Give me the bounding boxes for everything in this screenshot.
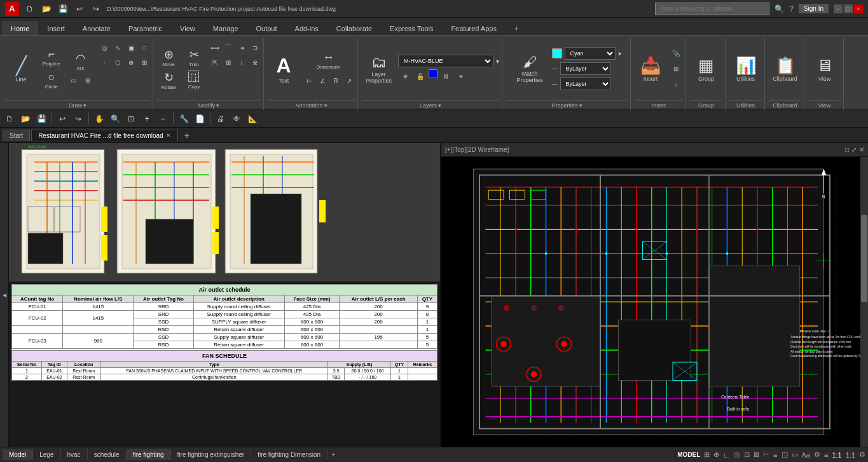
tab-add[interactable]: +: [506, 22, 527, 35]
insert-button[interactable]: 📥 Insert: [635, 46, 666, 92]
doc-tab-start[interactable]: Start: [3, 130, 30, 141]
model-tab-model[interactable]: Model: [3, 449, 33, 460]
toolbar-preview[interactable]: 👁: [230, 112, 244, 126]
toolbar-save[interactable]: 💾: [34, 112, 48, 126]
layer-tools-icon[interactable]: ⚙: [439, 69, 453, 83]
clipboard-button[interactable]: 📋 Clipboard: [769, 46, 801, 92]
minimize-button[interactable]: −: [834, 4, 843, 13]
fillet-button[interactable]: ⌒: [221, 41, 235, 55]
extend-button[interactable]: ⇥: [235, 41, 249, 55]
model-tab-fire-ext[interactable]: fire fighting extinguisher: [171, 449, 252, 460]
layer-properties-button[interactable]: 🗂 LayerProperties: [362, 46, 396, 92]
selection-icon[interactable]: ▭: [792, 451, 798, 459]
utilities-button[interactable]: 📊 Utilities: [730, 46, 762, 92]
layer-extra-icon[interactable]: ≡: [454, 69, 468, 83]
table-button[interactable]: ⊞: [137, 55, 151, 69]
workspace-icon[interactable]: ⚙: [814, 451, 820, 459]
ui-icon[interactable]: ≡: [824, 451, 828, 459]
line-button[interactable]: ╱ Line: [5, 46, 37, 92]
polyline-button[interactable]: ⌐ Polyline: [39, 46, 64, 68]
toolbar-zoom-in[interactable]: +: [140, 112, 154, 126]
insert-group-label[interactable]: Insert: [635, 100, 683, 110]
group-button[interactable]: ▦ Group: [691, 46, 722, 92]
draw-group-label[interactable]: Draw▾: [5, 100, 150, 110]
view-group-label[interactable]: View: [808, 100, 841, 110]
annotation-group-label[interactable]: Annotation▾: [268, 100, 355, 110]
layers-group-label[interactable]: Layers▾: [362, 100, 499, 110]
doc-tab-main[interactable]: Restaurant HVAC Fire ...d file free down…: [31, 130, 178, 141]
save-icon[interactable]: 💾: [56, 2, 70, 16]
construct-button[interactable]: ⊕: [124, 55, 138, 69]
angular-dim-button[interactable]: ∠: [315, 74, 329, 88]
color-layer-icon[interactable]: [429, 69, 437, 78]
scale-button[interactable]: ⇱: [208, 55, 222, 69]
linear-dim-button[interactable]: ⊢: [302, 74, 316, 88]
layer-dropdown-arrow[interactable]: ▾: [496, 58, 499, 65]
ellipse-button[interactable]: ◎: [97, 41, 111, 55]
clipboard-group-label[interactable]: Clipboard: [769, 100, 801, 110]
tab-collaborate[interactable]: Collaborate: [328, 22, 380, 35]
polar-icon[interactable]: ◎: [734, 451, 740, 459]
view-button[interactable]: 🖥 View: [809, 46, 841, 92]
hatch-button[interactable]: ⊞: [81, 73, 95, 87]
model-tab-schedule[interactable]: schedule: [88, 449, 127, 460]
ducs-icon[interactable]: ⊢: [763, 451, 769, 459]
viewport-restore-button[interactable]: □: [845, 146, 849, 153]
tab-insert[interactable]: Insert: [39, 22, 73, 35]
doc-tab-add-button[interactable]: +: [179, 128, 195, 142]
open-icon[interactable]: 📂: [39, 2, 53, 16]
lock-layer-icon[interactable]: 🔓: [413, 69, 427, 83]
match-properties-button[interactable]: 🖌 MatchProperties: [513, 50, 547, 88]
vertical-scrollbar[interactable]: [860, 157, 868, 447]
annotate-icon[interactable]: Aa: [802, 451, 810, 459]
radius-dim-button[interactable]: R: [329, 74, 343, 88]
toolbar-measure[interactable]: 📐: [245, 112, 259, 126]
tab-annotate[interactable]: Annotate: [74, 22, 119, 35]
color-arrow[interactable]: ▾: [618, 50, 621, 57]
wipeout-button[interactable]: □: [137, 41, 151, 55]
arc-button[interactable]: ◠ Arc: [66, 50, 95, 72]
properties-group-label[interactable]: Properties▾: [506, 100, 628, 110]
text-button[interactable]: A Text: [268, 46, 300, 92]
model-tab-lege[interactable]: Lege: [33, 449, 60, 460]
tab-home[interactable]: Home: [3, 22, 38, 35]
import-button[interactable]: ↓: [669, 77, 683, 91]
point-button[interactable]: ·: [97, 55, 111, 69]
rotate-button[interactable]: ↻ Rotate: [157, 69, 180, 91]
attach-button[interactable]: 📎: [669, 46, 683, 60]
settings-icon[interactable]: ⚙: [859, 451, 865, 459]
circle-button[interactable]: ○ Circle: [39, 69, 64, 91]
polygon-button[interactable]: ⬡: [111, 55, 125, 69]
region-button[interactable]: ▣: [124, 41, 138, 55]
grid-icon[interactable]: ⊞: [704, 451, 710, 459]
viewport-max-button[interactable]: ⤢: [851, 146, 857, 153]
xref-button[interactable]: ⊞: [669, 62, 683, 76]
snap-icon[interactable]: ⊕: [713, 451, 719, 459]
search-input[interactable]: [655, 3, 769, 15]
mirror-button[interactable]: ⟺: [208, 41, 222, 55]
model-tab-fire-fighting[interactable]: fire fighting: [127, 449, 171, 460]
model-tab-add[interactable]: +: [327, 449, 339, 460]
toolbar-layer-manager[interactable]: 📄: [193, 112, 207, 126]
group-group-label[interactable]: Group: [690, 100, 722, 110]
doc-tab-main-close[interactable]: ✕: [166, 132, 171, 139]
toolbar-pan[interactable]: ✋: [92, 112, 106, 126]
dimension-button[interactable]: ↔ Dimension: [302, 50, 355, 71]
tab-output[interactable]: Output: [248, 22, 286, 35]
ortho-icon[interactable]: ∟: [723, 451, 730, 459]
tab-addins[interactable]: Add-ins: [287, 22, 327, 35]
rectangle-button[interactable]: ▭: [66, 73, 80, 87]
new-icon[interactable]: 🗋: [23, 2, 37, 16]
tab-parametric[interactable]: Parametric: [120, 22, 170, 35]
linetype-dropdown[interactable]: ByLayer: [560, 62, 611, 75]
model-tab-hvac[interactable]: hvac: [61, 449, 88, 460]
otrack-icon[interactable]: ⊠: [754, 451, 759, 459]
color-dropdown[interactable]: Cyan: [565, 47, 616, 60]
leader-button[interactable]: ↗: [342, 74, 356, 88]
toolbar-zoom-out[interactable]: −: [156, 112, 170, 126]
layer-dropdown[interactable]: M-HVAC-BLUE: [398, 55, 493, 67]
trim-button[interactable]: ✂ Trim: [183, 46, 205, 68]
copy-button[interactable]: ⿵ Copy: [183, 69, 205, 91]
toolbar-zoom-window[interactable]: 🔍: [108, 112, 122, 126]
toolbar-properties[interactable]: 🔧: [177, 112, 191, 126]
